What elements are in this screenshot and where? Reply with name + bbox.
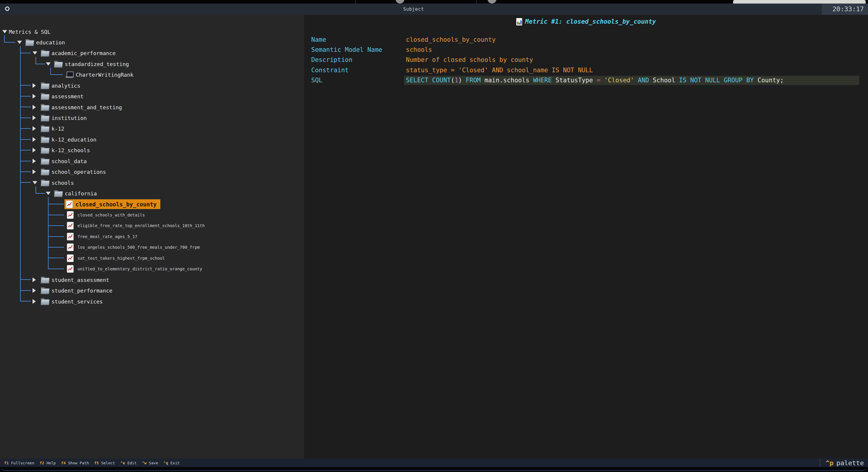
tree-node-sat-test-takers-highest-frpm-school[interactable]: sat_test_takers_highest_frpm_school [0, 253, 304, 264]
tree-node-closed-schools-by-county[interactable]: closed_schools_by_county [0, 199, 304, 210]
expanded-arrow-icon[interactable] [33, 52, 37, 55]
sql-token: 'Closed' [604, 77, 638, 84]
expanded-arrow-icon[interactable] [33, 181, 37, 184]
expanded-arrow-icon[interactable] [2, 30, 7, 33]
folder-icon [41, 82, 49, 89]
field-label: Semantic Model Name [311, 46, 382, 53]
collapsed-arrow-icon[interactable] [33, 83, 36, 88]
collapsed-arrow-icon[interactable] [33, 116, 36, 120]
tree-node-k-12-schools[interactable]: k-12_schools [0, 145, 304, 156]
tab-favicon-fragment [396, 0, 404, 4]
shortcut-label: Fullscreen [9, 461, 34, 465]
collapsed-arrow-icon[interactable] [33, 126, 36, 131]
tree-node-analytics[interactable]: analytics [0, 80, 304, 91]
folder-icon [41, 93, 49, 99]
collapsed-arrow-icon[interactable] [33, 137, 36, 142]
collapsed-arrow-icon[interactable] [33, 288, 36, 293]
tree-node-label: analytics [52, 82, 81, 89]
shortcut-save[interactable]: ^w Save [142, 461, 158, 465]
tree-node-assessment-and-testing[interactable]: assessment_and_testing [0, 101, 304, 113]
collapsed-arrow-icon[interactable] [33, 299, 36, 304]
tree-node-student-services[interactable]: student_services [0, 296, 304, 307]
field-label: Description [311, 56, 352, 63]
sql-token: AND [638, 77, 653, 84]
shortcut-key: f5 [94, 461, 99, 465]
metric-chart-icon [66, 201, 73, 208]
shortcut-key: f4 [61, 461, 66, 465]
selected-metric-highlight[interactable]: closed_schools_by_county [64, 199, 160, 209]
collapsed-arrow-icon[interactable] [33, 169, 36, 174]
tree-node-label: assessment_and_testing [52, 104, 122, 110]
collapsed-arrow-icon[interactable] [33, 277, 36, 282]
sql-token: SELECT [406, 77, 432, 84]
sql-token: WHERE [533, 77, 556, 84]
shortcut-fullscreen[interactable]: f1 Fullscreen [4, 461, 34, 465]
tree-node-closed-schools-with-details[interactable]: closed_schools_with_details [0, 209, 304, 220]
expanded-arrow-icon[interactable] [46, 62, 51, 65]
tree-node-k-12-education[interactable]: k-12_education [0, 134, 304, 145]
tree-node-label: school_operations [52, 169, 106, 175]
metric-field-row: Semantic Model Nameschools [304, 45, 868, 55]
footer-divider [820, 459, 820, 467]
tree-node-school-operations[interactable]: school_operations [0, 167, 304, 177]
folder-icon [54, 61, 62, 67]
tree-node-assessment[interactable]: assessment [0, 91, 304, 102]
tree-node-metrics-sql[interactable]: Metrics & SQL [0, 26, 304, 37]
tree-node-student-assessment[interactable]: student_assessment [0, 274, 304, 285]
tree-node-eligible-free-rate-top-enrollment-schools-10th-11th[interactable]: eligible_free_rate_top_enrollment_school… [0, 220, 304, 231]
shortcut-select[interactable]: f5 Select [94, 461, 115, 465]
tree-node-standardized-testing[interactable]: standardized_testing [0, 58, 304, 69]
sql-token: COUNT [432, 77, 451, 84]
tree-node-academic-performance[interactable]: academic_performance [0, 48, 304, 59]
field-value: closed_schools_by_county [406, 36, 496, 43]
shortcut-show-path[interactable]: f4 Show Path [61, 461, 89, 465]
shortcut-exit[interactable]: ^q Exit [164, 461, 180, 465]
metrics-tree-panel[interactable]: Metrics & SQLeducationacademic_performan… [0, 15, 304, 459]
tree-node-california[interactable]: california [0, 188, 304, 199]
footer-shortcuts: f1 Fullscreenf2 Helpf4 Show Pathf5 Selec… [0, 461, 180, 465]
tree-node-education[interactable]: education [0, 37, 304, 48]
tree-node-label: unified_to_elementary_district_ratio_ora… [78, 266, 202, 271]
field-label: Name [311, 36, 326, 43]
collapsed-arrow-icon[interactable] [33, 105, 36, 110]
tree-node-k-12[interactable]: k-12 [0, 123, 304, 134]
expanded-arrow-icon[interactable] [17, 40, 22, 44]
folder-icon [54, 190, 62, 197]
folder-icon [41, 158, 49, 164]
tree-node-label: student_assessment [52, 276, 109, 283]
shortcut-key: ^w [142, 461, 147, 465]
collapsed-arrow-icon[interactable] [33, 94, 36, 98]
tree-node-school-data[interactable]: school_data [0, 155, 304, 167]
tree-node-institution[interactable]: institution [0, 113, 304, 123]
sql-statement: SELECT COUNT(1) FROM main.schools WHERE … [404, 76, 859, 85]
tree-node-unified-to-elementary-district-ratio-orange-county[interactable]: unified_to_elementary_district_ratio_ora… [0, 264, 304, 274]
palette-shortcut[interactable]: ^p palette [820, 459, 868, 467]
tree-node-los-angeles-schools-500-free-meals-under-700-frpm[interactable]: los_angeles_schools_500_free_meals_under… [0, 242, 304, 253]
tree-node-label: schools [52, 179, 74, 186]
tree-node-student-performance[interactable]: student_performance [0, 285, 304, 296]
field-value: schools [406, 46, 432, 53]
tree-node-label: california [65, 190, 97, 197]
shortcut-help[interactable]: f2 Help [40, 461, 56, 465]
shortcut-label: Save [147, 461, 158, 465]
metric-chart-icon [67, 243, 74, 251]
tree-node-charterwritingrank[interactable]: CharterWritingRank [0, 69, 304, 80]
footer-hotkey-bar: f1 Fullscreenf2 Helpf4 Show Pathf5 Selec… [0, 459, 868, 467]
metric-detail-panel: Metric #1: closed_schools_by_county Name… [304, 15, 868, 459]
collapsed-arrow-icon[interactable] [33, 159, 36, 164]
sql-token: = [597, 77, 604, 84]
folder-icon [41, 104, 49, 110]
metric-field-row: Constraintstatus_type = 'Closed' AND sch… [304, 65, 868, 75]
tree-node-label: sat_test_takers_highest_frpm_school [78, 256, 165, 261]
metric-title: Metric #1: closed_schools_by_county [525, 18, 656, 25]
metric-chart-icon [67, 265, 74, 273]
field-value: Number of closed schools by county [406, 56, 533, 63]
expanded-arrow-icon[interactable] [46, 192, 51, 195]
tree-node-free-meal-rate-ages-5-17[interactable]: free_meal_rate_ages_5_17 [0, 231, 304, 242]
shortcut-edit[interactable]: ^e Edit [120, 461, 137, 465]
tree-node-label: school_data [52, 158, 87, 164]
tree-node-schools[interactable]: schools [0, 177, 304, 188]
clock: 20:33:17 [822, 4, 868, 15]
folder-icon [41, 298, 49, 304]
collapsed-arrow-icon[interactable] [33, 148, 36, 152]
